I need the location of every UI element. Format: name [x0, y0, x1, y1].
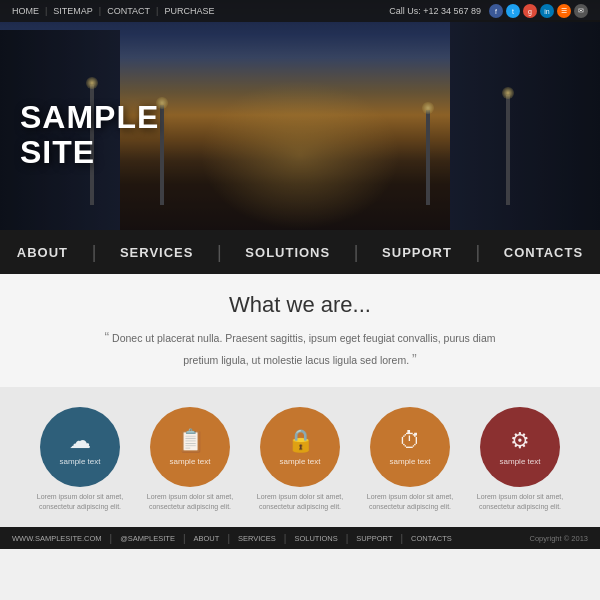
- circle-item-1: 📋sample textLorem ipsum dolor sit amet, …: [142, 407, 238, 512]
- circle-desc-1: Lorem ipsum dolor sit amet, consectetur …: [142, 492, 238, 512]
- circle-icon-4: ⚙: [510, 428, 530, 454]
- what-text: Donec ut placerat nulla. Praesent sagitt…: [112, 332, 495, 366]
- footer-sep-4: |: [284, 533, 287, 544]
- nav-sitemap[interactable]: SITEMAP: [53, 6, 93, 16]
- footer-sep-6: |: [400, 533, 403, 544]
- circle-3[interactable]: ⏱sample text: [370, 407, 450, 487]
- circle-label-inner-4: sample text: [500, 457, 541, 466]
- circle-desc-3: Lorem ipsum dolor sit amet, consectetur …: [362, 492, 458, 512]
- facebook-icon[interactable]: f: [489, 4, 503, 18]
- social-icons: f t g in ☰ ✉: [489, 4, 588, 18]
- circle-item-4: ⚙sample textLorem ipsum dolor sit amet, …: [472, 407, 568, 512]
- open-quote-mark: “: [104, 329, 109, 345]
- sep3: |: [156, 6, 158, 16]
- nav-services[interactable]: SERVICES: [110, 230, 204, 274]
- footer-social[interactable]: @SAMPLESITE: [120, 534, 175, 543]
- nav-purchase[interactable]: PURCHASE: [164, 6, 214, 16]
- call-us-label: Call Us: +12 34 567 89: [389, 6, 481, 16]
- footer-copyright: Copyright © 2013: [530, 534, 588, 543]
- footer-website[interactable]: WWW.SAMPLESITE.COM: [12, 534, 102, 543]
- close-quote-mark: ”: [412, 351, 417, 367]
- circle-4[interactable]: ⚙sample text: [480, 407, 560, 487]
- footer-sep-3: |: [227, 533, 230, 544]
- hero-title-line1: SAMPLE: [20, 100, 159, 135]
- hero-title-line2: SITE: [20, 135, 159, 170]
- circle-0[interactable]: ☁sample text: [40, 407, 120, 487]
- nav-solutions[interactable]: SOLUTIONS: [235, 230, 340, 274]
- footer: WWW.SAMPLESITE.COM | @SAMPLESITE | ABOUT…: [0, 527, 600, 549]
- circle-icon-2: 🔒: [287, 428, 314, 454]
- footer-contacts[interactable]: CONTACTS: [411, 534, 452, 543]
- rss-icon[interactable]: ☰: [557, 4, 571, 18]
- main-navigation: ABOUT | SERVICES | SOLUTIONS | SUPPORT |…: [0, 230, 600, 274]
- nav-sep-2: |: [217, 242, 222, 263]
- footer-sep-5: |: [346, 533, 349, 544]
- hero-text: SAMPLE SITE: [20, 100, 159, 170]
- mail-icon[interactable]: ✉: [574, 4, 588, 18]
- nav-contact[interactable]: CONTACT: [107, 6, 150, 16]
- footer-support[interactable]: SUPPORT: [356, 534, 392, 543]
- nav-sep-4: |: [476, 242, 481, 263]
- footer-services[interactable]: SERVICES: [238, 534, 276, 543]
- circles-section: ☁sample textLorem ipsum dolor sit amet, …: [0, 387, 600, 528]
- hero-section: SAMPLE SITE: [0, 0, 600, 230]
- top-navigation: HOME | SITEMAP | CONTACT | PURCHASE Call…: [0, 0, 600, 22]
- top-nav-right: Call Us: +12 34 567 89 f t g in ☰ ✉: [389, 4, 588, 18]
- nav-about[interactable]: ABOUT: [7, 230, 78, 274]
- footer-sep-1: |: [110, 533, 113, 544]
- circle-item-2: 🔒sample textLorem ipsum dolor sit amet, …: [252, 407, 348, 512]
- circle-2[interactable]: 🔒sample text: [260, 407, 340, 487]
- what-section: What we are... “ Donec ut placerat nulla…: [0, 274, 600, 387]
- linkedin-icon[interactable]: in: [540, 4, 554, 18]
- what-heading: What we are...: [40, 292, 560, 318]
- nav-contacts[interactable]: CONTACTS: [494, 230, 593, 274]
- circle-1[interactable]: 📋sample text: [150, 407, 230, 487]
- circle-desc-2: Lorem ipsum dolor sit amet, consectetur …: [252, 492, 348, 512]
- circle-label-inner-2: sample text: [280, 457, 321, 466]
- circle-icon-1: 📋: [177, 428, 204, 454]
- what-quote: “ Donec ut placerat nulla. Praesent sagi…: [90, 326, 510, 371]
- circle-icon-0: ☁: [69, 428, 91, 454]
- circle-desc-4: Lorem ipsum dolor sit amet, consectetur …: [472, 492, 568, 512]
- top-nav-links: HOME | SITEMAP | CONTACT | PURCHASE: [12, 6, 214, 16]
- circle-item-3: ⏱sample textLorem ipsum dolor sit amet, …: [362, 407, 458, 512]
- nav-support[interactable]: SUPPORT: [372, 230, 462, 274]
- circle-label-inner-0: sample text: [60, 457, 101, 466]
- footer-solutions[interactable]: SOLUTIONS: [294, 534, 337, 543]
- nav-sep-3: |: [354, 242, 359, 263]
- footer-about[interactable]: ABOUT: [194, 534, 220, 543]
- footer-links: WWW.SAMPLESITE.COM | @SAMPLESITE | ABOUT…: [12, 533, 452, 544]
- footer-sep-2: |: [183, 533, 186, 544]
- circle-label-inner-3: sample text: [390, 457, 431, 466]
- twitter-icon[interactable]: t: [506, 4, 520, 18]
- nav-home[interactable]: HOME: [12, 6, 39, 16]
- sep1: |: [45, 6, 47, 16]
- nav-sep-1: |: [92, 242, 97, 263]
- circle-icon-3: ⏱: [399, 428, 421, 454]
- google-icon[interactable]: g: [523, 4, 537, 18]
- circle-desc-0: Lorem ipsum dolor sit amet, consectetur …: [32, 492, 128, 512]
- circle-item-0: ☁sample textLorem ipsum dolor sit amet, …: [32, 407, 128, 512]
- sep2: |: [99, 6, 101, 16]
- circle-label-inner-1: sample text: [170, 457, 211, 466]
